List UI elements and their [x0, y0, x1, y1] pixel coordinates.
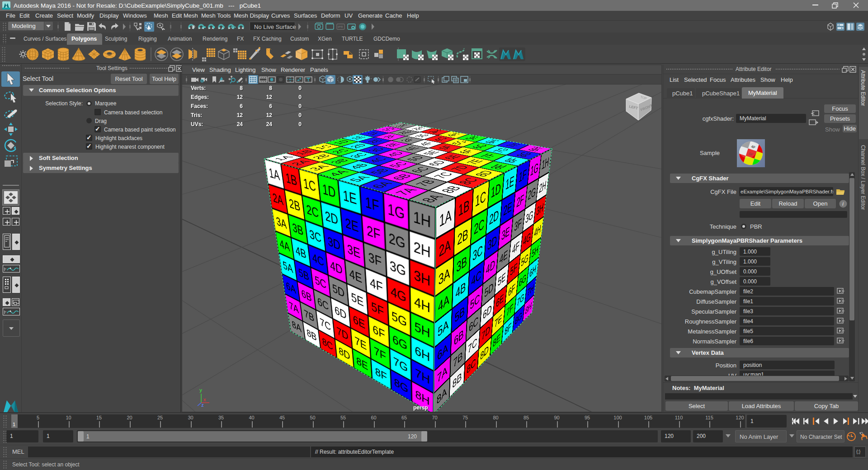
svg-text:x: x — [203, 397, 207, 402]
svg-text:y: y — [199, 387, 203, 393]
svg-text:z: z — [201, 402, 204, 408]
svg-text:IPR: IPR — [338, 25, 343, 28]
